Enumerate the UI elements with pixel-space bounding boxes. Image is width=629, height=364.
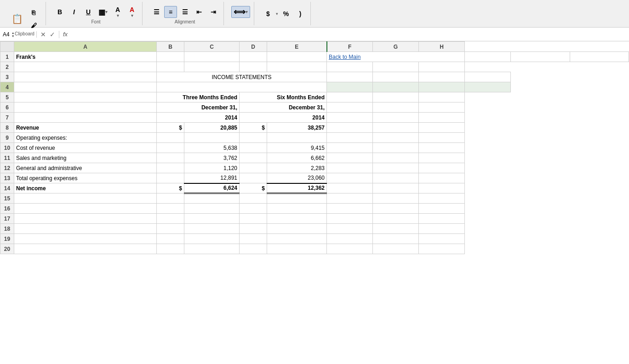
cell-19-4[interactable] xyxy=(267,234,327,244)
cancel-formula-button[interactable]: ✕ xyxy=(40,31,46,38)
row-header-8[interactable]: 8 xyxy=(0,123,14,133)
cell-12-4[interactable]: 2,283 xyxy=(267,163,327,173)
row-header-1[interactable]: 1 xyxy=(0,52,14,62)
cell-6-5[interactable] xyxy=(327,102,373,113)
cell-3-5[interactable] xyxy=(327,72,373,82)
cell-18-2[interactable] xyxy=(184,224,240,234)
cell-6-0[interactable] xyxy=(14,102,157,113)
cell-14-6[interactable] xyxy=(373,183,419,193)
cell-12-1[interactable] xyxy=(157,163,184,173)
cell-17-4[interactable] xyxy=(267,214,327,224)
cell-15-3[interactable] xyxy=(240,193,267,204)
row-header-3[interactable]: 3 xyxy=(0,72,14,82)
cell-9-5[interactable] xyxy=(327,133,373,143)
col-header-f[interactable]: F xyxy=(327,42,373,52)
dollar-button[interactable]: $ xyxy=(262,8,274,20)
cell-20-5[interactable] xyxy=(327,244,373,254)
cell-12-0[interactable]: General and administrative xyxy=(14,163,157,173)
cell-10-0[interactable]: Cost of revenue xyxy=(14,143,157,153)
italic-button[interactable]: I xyxy=(68,6,80,18)
cell-17-2[interactable] xyxy=(184,214,240,224)
align-left-button[interactable]: ☰ xyxy=(150,6,163,18)
cell-8-3[interactable]: $ xyxy=(240,123,267,133)
cell-12-6[interactable] xyxy=(373,163,419,173)
cell-14-2[interactable]: 6,624 xyxy=(184,183,240,193)
cell-5-0[interactable] xyxy=(14,92,157,102)
cell-8-6[interactable] xyxy=(373,123,419,133)
cell-19-7[interactable] xyxy=(419,234,465,244)
col-header-g[interactable]: G xyxy=(373,42,419,52)
cell-3-7[interactable] xyxy=(419,72,465,82)
cell-10-4[interactable]: 9,415 xyxy=(267,143,327,153)
cell-2-7[interactable] xyxy=(419,62,465,72)
cell-14-1[interactable]: $ xyxy=(157,183,184,193)
dollar-arrow[interactable]: ▾ xyxy=(276,11,278,16)
font-color-button[interactable]: A▾ xyxy=(126,6,138,18)
cell-14-4[interactable]: 12,362 xyxy=(267,183,327,193)
cell-8-1[interactable]: $ xyxy=(157,123,184,133)
percent-button[interactable]: % xyxy=(280,8,292,20)
fill-color-button[interactable]: A▾ xyxy=(111,6,124,18)
cell-7-6[interactable] xyxy=(373,113,419,123)
row-header-15[interactable]: 15 xyxy=(0,193,14,204)
cell-6-7[interactable] xyxy=(419,102,465,113)
cell-16-3[interactable] xyxy=(240,204,267,214)
cell-12-5[interactable] xyxy=(327,163,373,173)
col-header-a[interactable]: A xyxy=(14,42,157,52)
cell-15-1[interactable] xyxy=(157,193,184,204)
cell-3-0[interactable] xyxy=(14,72,157,82)
cell-14-0[interactable]: Net income xyxy=(14,183,157,193)
cell-15-2[interactable] xyxy=(184,193,240,204)
cell-11-2[interactable]: 3,762 xyxy=(184,153,240,163)
cell-14-3[interactable]: $ xyxy=(240,183,267,193)
cell-16-4[interactable] xyxy=(267,204,327,214)
cell-20-3[interactable] xyxy=(240,244,267,254)
row-header-2[interactable]: 2 xyxy=(0,62,14,72)
cell-8-0[interactable]: Revenue xyxy=(14,123,157,133)
bold-button[interactable]: B xyxy=(53,6,66,18)
cell-17-3[interactable] xyxy=(240,214,267,224)
border-button[interactable]: ▦▾ xyxy=(96,6,110,18)
row-header-4[interactable]: 4 xyxy=(0,82,14,92)
cell-reference-box[interactable]: A4 ▲ ▼ xyxy=(0,31,37,38)
cell-4-1[interactable] xyxy=(157,82,327,92)
cell-12-2[interactable]: 1,120 xyxy=(184,163,240,173)
cell-20-6[interactable] xyxy=(373,244,419,254)
cell-17-5[interactable] xyxy=(327,214,373,224)
cell-12-3[interactable] xyxy=(240,163,267,173)
formula-input[interactable] xyxy=(71,31,629,38)
cell-9-7[interactable] xyxy=(419,133,465,143)
paste-button[interactable]: 📋 xyxy=(9,13,25,25)
cell-7-0[interactable] xyxy=(14,113,157,123)
align-right-button[interactable]: ☰ xyxy=(178,6,191,18)
cell-2-6[interactable] xyxy=(373,62,419,72)
cell-13-7[interactable] xyxy=(419,173,465,183)
cell-3-1[interactable]: INCOME STATEMENTS xyxy=(157,72,327,82)
cell-1-2[interactable] xyxy=(184,52,240,62)
row-header-10[interactable]: 10 xyxy=(0,143,14,153)
cell-7-1[interactable]: 2014 xyxy=(157,113,240,123)
cell-17-0[interactable] xyxy=(14,214,157,224)
cell-19-1[interactable] xyxy=(157,234,184,244)
cell-18-0[interactable] xyxy=(14,224,157,234)
row-header-11[interactable]: 11 xyxy=(0,153,14,163)
cell-20-1[interactable] xyxy=(157,244,184,254)
cell-9-4[interactable] xyxy=(267,133,327,143)
cell-5-5[interactable] xyxy=(327,92,373,102)
cell-6-1[interactable]: December 31, xyxy=(157,102,240,113)
cell-18-4[interactable] xyxy=(267,224,327,234)
cell-1-1[interactable] xyxy=(157,52,184,62)
cell-11-1[interactable] xyxy=(157,153,184,163)
cell-18-1[interactable] xyxy=(157,224,184,234)
cell-8-2[interactable]: 20,885 xyxy=(184,123,240,133)
cell-4-0[interactable] xyxy=(14,82,157,92)
cell-13-5[interactable] xyxy=(327,173,373,183)
cell-4-8[interactable] xyxy=(465,82,511,92)
confirm-formula-button[interactable]: ✓ xyxy=(50,31,55,38)
cell-10-7[interactable] xyxy=(419,143,465,153)
cell-1-3[interactable] xyxy=(240,52,267,62)
cell-18-6[interactable] xyxy=(373,224,419,234)
cell-8-4[interactable]: 38,257 xyxy=(267,123,327,133)
cell-19-2[interactable] xyxy=(184,234,240,244)
cell-1-8[interactable] xyxy=(570,52,629,62)
